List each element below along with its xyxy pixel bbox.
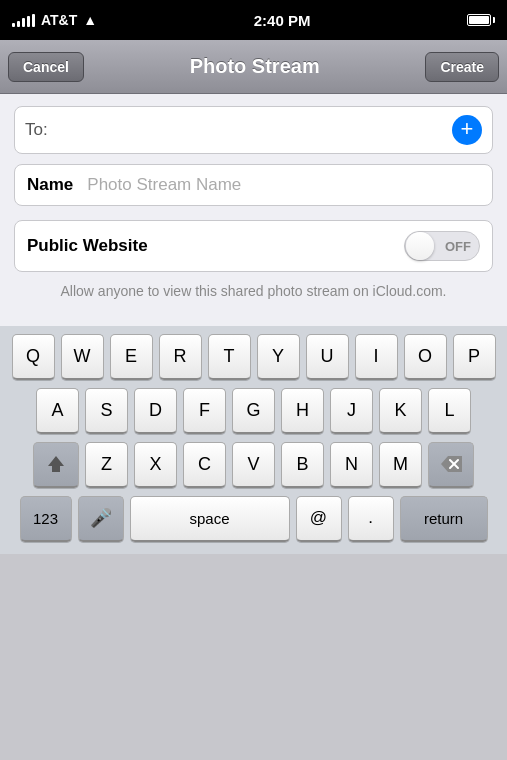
key-e[interactable]: E: [110, 334, 153, 380]
key-j[interactable]: J: [330, 388, 373, 434]
at-label: @: [310, 508, 327, 528]
keyboard-row-3: Z X C V B N M: [4, 442, 503, 488]
return-key[interactable]: return: [400, 496, 488, 542]
key-m[interactable]: M: [379, 442, 422, 488]
keyboard-row-2: A S D F G H J K L: [4, 388, 503, 434]
add-recipient-button[interactable]: +: [452, 115, 482, 145]
key-r[interactable]: R: [159, 334, 202, 380]
key-123-label: 123: [33, 510, 58, 527]
name-label: Name: [27, 175, 73, 195]
key-123[interactable]: 123: [20, 496, 72, 542]
status-right: [467, 14, 495, 26]
public-website-label: Public Website: [27, 236, 148, 256]
key-q[interactable]: Q: [12, 334, 55, 380]
key-a[interactable]: A: [36, 388, 79, 434]
description-text: Allow anyone to view this shared photo s…: [14, 282, 493, 314]
key-u[interactable]: U: [306, 334, 349, 380]
return-label: return: [424, 510, 463, 527]
key-g[interactable]: G: [232, 388, 275, 434]
nav-bar: Cancel Photo Stream Create: [0, 40, 507, 94]
key-f[interactable]: F: [183, 388, 226, 434]
battery-icon: [467, 14, 495, 26]
keyboard-row-4: 123 🎤 space @ . return: [4, 496, 503, 542]
to-field: To: +: [14, 106, 493, 154]
key-i[interactable]: I: [355, 334, 398, 380]
keyboard: Q W E R T Y U I O P A S D F G H J K L Z …: [0, 326, 507, 554]
key-v[interactable]: V: [232, 442, 275, 488]
period-label: .: [368, 508, 373, 528]
delete-key[interactable]: [428, 442, 474, 488]
public-website-row: Public Website OFF: [14, 220, 493, 272]
cancel-button[interactable]: Cancel: [8, 52, 84, 82]
key-w[interactable]: W: [61, 334, 104, 380]
content-area: To: + Name Photo Stream Name Public Webs…: [0, 94, 507, 326]
key-b[interactable]: B: [281, 442, 324, 488]
key-p[interactable]: P: [453, 334, 496, 380]
key-z[interactable]: Z: [85, 442, 128, 488]
wifi-icon: ▲: [83, 12, 97, 28]
toggle-knob: [406, 232, 434, 260]
key-y[interactable]: Y: [257, 334, 300, 380]
microphone-icon: 🎤: [90, 507, 112, 529]
to-input[interactable]: [54, 120, 452, 140]
create-button[interactable]: Create: [425, 52, 499, 82]
signal-bars-icon: [12, 13, 35, 27]
keyboard-row-1: Q W E R T Y U I O P: [4, 334, 503, 380]
key-d[interactable]: D: [134, 388, 177, 434]
status-bar: AT&T ▲ 2:40 PM: [0, 0, 507, 40]
public-website-toggle[interactable]: OFF: [404, 231, 480, 261]
to-label: To:: [25, 120, 48, 140]
name-placeholder: Photo Stream Name: [87, 175, 241, 195]
key-l[interactable]: L: [428, 388, 471, 434]
space-label: space: [189, 510, 229, 527]
space-key[interactable]: space: [130, 496, 290, 542]
plus-icon: +: [461, 118, 474, 140]
key-t[interactable]: T: [208, 334, 251, 380]
status-left: AT&T ▲: [12, 12, 97, 28]
key-k[interactable]: K: [379, 388, 422, 434]
page-title: Photo Stream: [190, 55, 320, 78]
key-c[interactable]: C: [183, 442, 226, 488]
key-h[interactable]: H: [281, 388, 324, 434]
microphone-key[interactable]: 🎤: [78, 496, 124, 542]
shift-key[interactable]: [33, 442, 79, 488]
toggle-state-label: OFF: [445, 239, 471, 254]
key-x[interactable]: X: [134, 442, 177, 488]
key-n[interactable]: N: [330, 442, 373, 488]
period-key[interactable]: .: [348, 496, 394, 542]
key-o[interactable]: O: [404, 334, 447, 380]
name-field[interactable]: Name Photo Stream Name: [14, 164, 493, 206]
at-key[interactable]: @: [296, 496, 342, 542]
svg-marker-0: [48, 456, 64, 472]
key-s[interactable]: S: [85, 388, 128, 434]
carrier-label: AT&T: [41, 12, 77, 28]
status-time: 2:40 PM: [254, 12, 311, 29]
